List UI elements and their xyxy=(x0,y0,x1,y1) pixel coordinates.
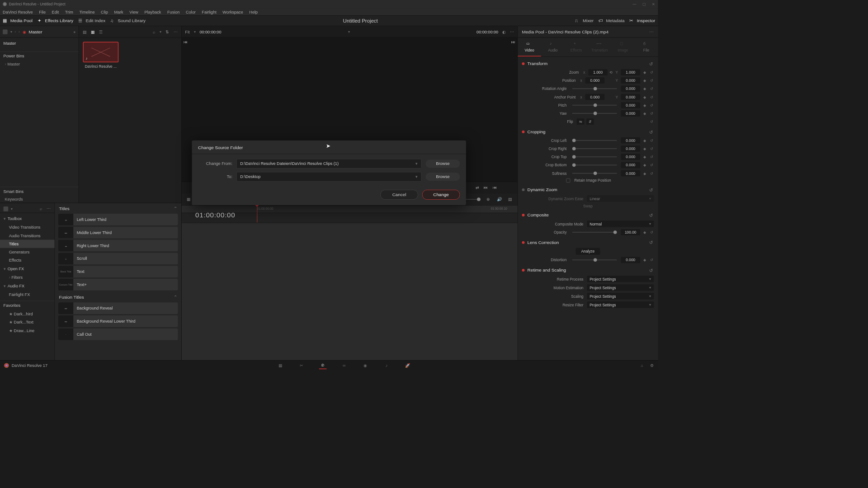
fusion-title-item[interactable]: ◦Call Out xyxy=(58,328,178,340)
deliver-page-icon[interactable]: 🚀 xyxy=(404,361,412,369)
fx-layout-icon[interactable] xyxy=(4,206,9,211)
motion-estimation[interactable]: Project Settings▾ xyxy=(587,284,654,291)
tab-image[interactable]: ▢Image xyxy=(611,38,635,56)
section-lens[interactable]: Lens Correction xyxy=(528,240,559,245)
tab-effects[interactable]: ✦Effects xyxy=(565,38,588,56)
edit-index-toggle[interactable]: ☰ Edit Index xyxy=(78,18,106,23)
menu-davinci[interactable]: DaVinci Resolve xyxy=(3,9,33,14)
view-list-icon[interactable]: ☰ xyxy=(99,29,104,34)
inspector-options-icon[interactable]: ⋯ xyxy=(649,29,654,34)
dynzoom-ease[interactable]: Linear▾ xyxy=(587,195,654,202)
link-icon[interactable]: ⟲ xyxy=(609,70,613,75)
title-item[interactable]: ▂Right Lower Third xyxy=(58,240,178,252)
fx-effects[interactable]: Effects xyxy=(0,256,55,264)
first-frame-icon[interactable]: ⏮ xyxy=(184,40,188,45)
fusion-title-item[interactable]: ▬Background Reveal xyxy=(58,302,178,314)
retain-position-checkbox[interactable] xyxy=(566,178,570,183)
crop-top[interactable]: 0.000 xyxy=(621,154,640,160)
fit-dropdown-icon[interactable]: ▾ xyxy=(194,30,196,33)
power-bins-header[interactable]: Power Bins xyxy=(0,52,79,61)
tab-video[interactable]: ▭Video xyxy=(518,38,541,56)
change-from-field[interactable]: D:\DaVinci Resolve Dateien\DaVinci Resol… xyxy=(236,159,421,169)
metadata-toggle[interactable]: 🏷 Metadata xyxy=(599,18,625,23)
section-retime[interactable]: Retime and Scaling xyxy=(528,267,566,272)
fav-3[interactable]: ★ Draw...Line xyxy=(0,326,55,334)
fx-toolbox[interactable]: ▾Toolbox xyxy=(0,215,55,224)
crop-right[interactable]: 0.000 xyxy=(621,145,640,152)
menu-trim[interactable]: Trim xyxy=(65,9,73,14)
fx-openfx[interactable]: ▾Open FX xyxy=(0,264,55,273)
title-item[interactable]: Basic TitleText xyxy=(58,266,178,277)
menu-mark[interactable]: Mark xyxy=(114,9,123,14)
inspector-toggle[interactable]: ✂ Inspector xyxy=(629,18,655,23)
sound-library-toggle[interactable]: ♫ Sound Library xyxy=(110,18,146,23)
power-bins-master[interactable]: › Master xyxy=(0,61,79,67)
section-composite[interactable]: Composite xyxy=(528,212,549,217)
view-metadata-icon[interactable]: ▤ xyxy=(82,29,87,34)
change-button[interactable]: Change xyxy=(422,190,460,200)
cat-titles[interactable]: Titles⌃ xyxy=(55,203,181,212)
title-item[interactable]: ▬Middle Lower Third xyxy=(58,227,178,239)
title-item[interactable]: ▂Left Lower Third xyxy=(58,214,178,225)
tab-file[interactable]: ⎙File xyxy=(635,38,658,56)
chevron-down-icon[interactable]: ▾ xyxy=(10,30,12,33)
mute-icon[interactable]: 🔊 xyxy=(496,196,503,202)
browse-to-button[interactable]: Browse xyxy=(425,173,460,181)
tl-view-icon[interactable]: ▦ xyxy=(186,196,192,202)
fav-1[interactable]: ★ Dark...hird xyxy=(0,310,55,318)
pitch[interactable]: 0.000 xyxy=(621,102,640,108)
zoom-x[interactable]: 1.000 xyxy=(588,69,607,75)
timeline-tracks[interactable] xyxy=(182,223,518,361)
menu-edit[interactable]: Edit xyxy=(52,9,59,14)
media-page-icon[interactable]: ▦ xyxy=(277,361,284,369)
flip-v-icon[interactable]: ⇵ xyxy=(586,118,594,125)
menu-file[interactable]: File xyxy=(39,9,46,14)
zoom-y[interactable]: 1.000 xyxy=(621,69,640,75)
keyframe-icon[interactable]: ◆ xyxy=(642,70,647,75)
reset-icon[interactable]: ↺ xyxy=(649,61,654,66)
menu-help[interactable]: Help xyxy=(249,9,258,14)
flip-h-icon[interactable]: ⇋ xyxy=(576,118,584,125)
fusion-title-item[interactable]: ▬Background Reveal Lower Third xyxy=(58,315,178,327)
menu-timeline[interactable]: Timeline xyxy=(79,9,94,14)
section-dynamic-zoom[interactable]: Dynamic Zoom xyxy=(528,187,557,192)
cancel-button[interactable]: Cancel xyxy=(380,190,418,200)
viewer-fit[interactable]: Fit xyxy=(185,29,189,34)
next-edit-icon[interactable]: ⏭ xyxy=(484,185,488,190)
sort-icon[interactable]: ⇅ xyxy=(165,29,170,34)
last-frame-icon[interactable]: ⏭ xyxy=(511,40,515,45)
menu-fusion[interactable]: Fusion xyxy=(167,9,179,14)
fusion-page-icon[interactable]: ∞ xyxy=(340,361,348,369)
opacity[interactable]: 100.00 xyxy=(621,229,640,235)
menu-playback[interactable]: Playback xyxy=(144,9,161,14)
smart-bins-header[interactable]: Smart Bins xyxy=(0,187,79,196)
timeline-timecode[interactable]: 01:00:00:00 xyxy=(195,211,235,219)
mixer-toggle[interactable]: ⎍ Mixer xyxy=(575,18,594,23)
fx-audiofx[interactable]: ▾Audio FX xyxy=(0,282,55,291)
clip-thumbnail[interactable]: DaVinci Resolve ... xyxy=(83,42,118,68)
crop-softness[interactable]: 0.000 xyxy=(621,170,640,177)
nav-fwd-icon[interactable]: › xyxy=(19,30,20,33)
fairlight-page-icon[interactable]: ♪ xyxy=(383,361,391,369)
tab-audio[interactable]: ♪Audio xyxy=(541,38,565,56)
composite-mode[interactable]: Normal▾ xyxy=(587,221,654,227)
to-field[interactable]: D:\Desktop▾ xyxy=(236,172,421,182)
title-item[interactable]: Custom TitleText+ xyxy=(58,279,178,291)
pos-y[interactable]: 0.000 xyxy=(621,77,640,84)
panel-layout-icon[interactable] xyxy=(3,29,8,34)
crop-left[interactable]: 0.000 xyxy=(621,137,640,144)
fx-filters[interactable]: › Filters xyxy=(0,273,55,282)
analyze-button[interactable]: Analyze xyxy=(576,248,600,255)
options-icon[interactable]: ⋯ xyxy=(173,29,178,34)
bin-color-icon[interactable]: ◉ xyxy=(23,29,26,34)
scaling[interactable]: Project Settings▾ xyxy=(587,293,654,299)
close-icon[interactable]: ✕ xyxy=(652,2,655,6)
fx-favorites[interactable]: Favorites xyxy=(0,301,55,310)
section-cropping[interactable]: Cropping xyxy=(528,129,546,134)
edit-page-icon[interactable]: ⎚ xyxy=(319,361,327,369)
fx-titles[interactable]: Titles xyxy=(0,240,55,248)
menu-workspace[interactable]: Workspace xyxy=(222,9,243,14)
tab-transition[interactable]: ⟷Transition xyxy=(588,38,611,56)
search-icon[interactable]: ⌕ xyxy=(151,29,156,34)
menu-color[interactable]: Color xyxy=(186,9,196,14)
